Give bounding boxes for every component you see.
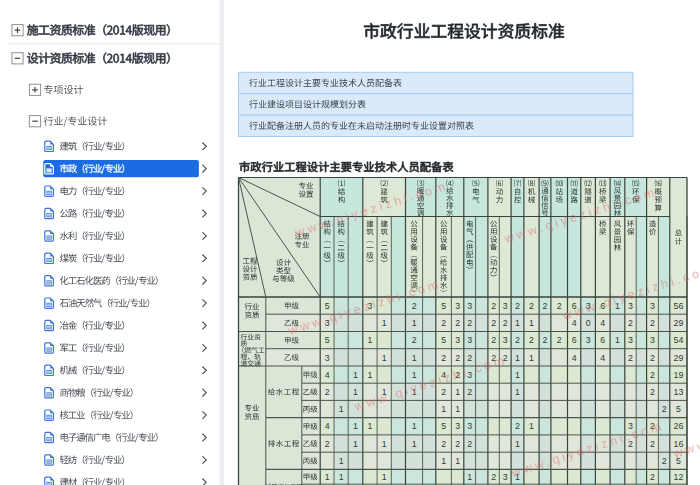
- svg-text:2: 2: [650, 370, 655, 380]
- svg-text:1: 1: [368, 335, 373, 345]
- svg-text:2: 2: [491, 318, 496, 328]
- svg-text:2: 2: [662, 404, 667, 414]
- svg-text:1: 1: [339, 404, 344, 414]
- svg-text:4: 4: [600, 318, 605, 328]
- svg-text:1: 1: [353, 439, 358, 449]
- svg-text:2: 2: [467, 439, 472, 449]
- svg-text:3: 3: [503, 472, 508, 482]
- svg-text:2: 2: [455, 318, 460, 328]
- svg-text:1: 1: [382, 472, 387, 482]
- svg-text:1: 1: [455, 456, 460, 466]
- svg-text:3: 3: [325, 353, 330, 363]
- svg-text:4: 4: [572, 353, 577, 363]
- svg-text:5: 5: [325, 335, 330, 345]
- svg-text:13: 13: [674, 387, 684, 397]
- svg-text:2: 2: [467, 318, 472, 328]
- svg-text:1: 1: [382, 353, 387, 363]
- svg-text:2: 2: [467, 387, 472, 397]
- svg-text:2: 2: [441, 353, 446, 363]
- svg-text:1: 1: [412, 370, 417, 380]
- svg-text:1: 1: [412, 439, 417, 449]
- svg-text:3: 3: [628, 335, 633, 345]
- svg-text:1: 1: [515, 387, 520, 397]
- svg-text:2: 2: [543, 301, 548, 311]
- svg-text:4: 4: [600, 353, 605, 363]
- svg-text:2: 2: [515, 335, 520, 345]
- svg-text:3: 3: [650, 335, 655, 345]
- svg-text:1: 1: [441, 404, 446, 414]
- svg-text:2: 2: [529, 335, 534, 345]
- svg-text:2: 2: [441, 387, 446, 397]
- svg-text:2: 2: [491, 472, 496, 482]
- svg-text:3: 3: [467, 335, 472, 345]
- svg-text:3: 3: [467, 301, 472, 311]
- svg-text:1: 1: [455, 404, 460, 414]
- svg-text:2: 2: [455, 439, 460, 449]
- svg-text:1: 1: [325, 472, 330, 482]
- svg-text:1: 1: [529, 318, 534, 328]
- svg-text:2: 2: [325, 387, 330, 397]
- svg-text:2: 2: [529, 301, 534, 311]
- svg-text:2: 2: [515, 421, 520, 431]
- svg-text:6: 6: [572, 335, 577, 345]
- svg-text:2: 2: [650, 318, 655, 328]
- svg-text:1: 1: [515, 370, 520, 380]
- svg-text:3: 3: [586, 335, 591, 345]
- svg-text:1: 1: [515, 439, 520, 449]
- svg-text:29: 29: [674, 353, 684, 363]
- svg-text:1: 1: [368, 421, 373, 431]
- svg-text:1: 1: [529, 421, 534, 431]
- svg-text:2: 2: [650, 387, 655, 397]
- svg-text:5: 5: [325, 301, 330, 311]
- svg-text:1: 1: [515, 318, 520, 328]
- svg-text:1: 1: [412, 421, 417, 431]
- svg-text:1: 1: [515, 353, 520, 363]
- svg-text:2: 2: [662, 456, 667, 466]
- svg-text:3: 3: [503, 301, 508, 311]
- svg-text:2: 2: [455, 353, 460, 363]
- svg-text:1: 1: [353, 387, 358, 397]
- svg-text:2: 2: [441, 318, 446, 328]
- svg-text:2: 2: [650, 472, 655, 482]
- svg-text:2: 2: [628, 353, 633, 363]
- svg-text:6: 6: [600, 335, 605, 345]
- svg-text:1: 1: [382, 439, 387, 449]
- svg-text:3: 3: [467, 421, 472, 431]
- svg-text:2: 2: [503, 318, 508, 328]
- svg-text:4: 4: [325, 421, 330, 431]
- svg-text:2: 2: [491, 335, 496, 345]
- svg-text:1: 1: [368, 370, 373, 380]
- svg-text:1: 1: [353, 421, 358, 431]
- svg-text:1: 1: [339, 456, 344, 466]
- svg-text:1: 1: [529, 353, 534, 363]
- svg-text:1: 1: [339, 472, 344, 482]
- svg-text:1: 1: [467, 472, 472, 482]
- svg-text:1: 1: [615, 335, 620, 345]
- svg-text:3: 3: [455, 421, 460, 431]
- svg-text:29: 29: [674, 318, 684, 328]
- svg-text:1: 1: [441, 456, 446, 466]
- svg-text:2: 2: [441, 439, 446, 449]
- svg-text:2: 2: [467, 353, 472, 363]
- svg-text:2: 2: [412, 335, 417, 345]
- svg-text:5: 5: [441, 335, 446, 345]
- svg-text:2: 2: [650, 353, 655, 363]
- svg-text:3: 3: [455, 335, 460, 345]
- svg-text:5: 5: [441, 301, 446, 311]
- svg-text:54: 54: [674, 335, 684, 345]
- svg-text:2: 2: [412, 301, 417, 311]
- svg-text:1: 1: [455, 387, 460, 397]
- svg-text:2: 2: [515, 301, 520, 311]
- svg-text:3: 3: [455, 301, 460, 311]
- svg-text:5: 5: [441, 421, 446, 431]
- svg-text:3: 3: [503, 335, 508, 345]
- svg-text:56: 56: [674, 301, 684, 311]
- svg-text:1: 1: [412, 318, 417, 328]
- svg-text:1: 1: [412, 353, 417, 363]
- svg-text:2: 2: [491, 301, 496, 311]
- svg-text:19: 19: [674, 370, 684, 380]
- svg-text:2: 2: [543, 335, 548, 345]
- svg-text:2: 2: [325, 439, 330, 449]
- svg-text:0: 0: [586, 318, 591, 328]
- svg-text:12: 12: [674, 472, 684, 482]
